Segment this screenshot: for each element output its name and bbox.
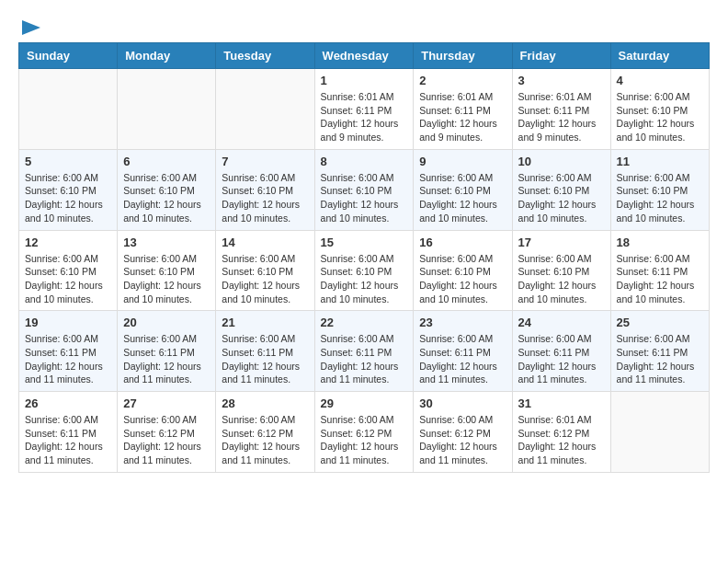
day-number: 26 (25, 396, 111, 410)
calendar-table: SundayMondayTuesdayWednesdayThursdayFrid… (18, 42, 710, 473)
day-info: Sunrise: 6:00 AM Sunset: 6:11 PM Dayligh… (222, 332, 308, 386)
day-number: 12 (25, 236, 111, 249)
day-info: Sunrise: 6:00 AM Sunset: 6:11 PM Dayligh… (321, 332, 408, 386)
logo-flag-icon (20, 18, 42, 37)
calendar-cell (610, 392, 709, 473)
day-info: Sunrise: 6:00 AM Sunset: 6:12 PM Dayligh… (419, 413, 506, 467)
day-number: 1 (321, 74, 408, 87)
day-number: 29 (321, 396, 408, 410)
calendar-cell: 15Sunrise: 6:00 AM Sunset: 6:10 PM Dayli… (314, 230, 414, 311)
weekday-header-saturday: Saturday (610, 43, 709, 69)
day-info: Sunrise: 6:01 AM Sunset: 6:11 PM Dayligh… (321, 90, 408, 144)
day-info: Sunrise: 6:00 AM Sunset: 6:10 PM Dayligh… (419, 171, 506, 225)
day-number: 30 (419, 396, 506, 410)
day-number: 31 (518, 396, 605, 410)
calendar-cell: 21Sunrise: 6:00 AM Sunset: 6:11 PM Dayli… (216, 311, 314, 392)
day-number: 22 (321, 316, 408, 329)
day-number: 5 (25, 155, 111, 168)
weekday-header-thursday: Thursday (414, 43, 512, 69)
day-number: 15 (321, 236, 408, 249)
day-number: 20 (123, 316, 210, 329)
day-info: Sunrise: 6:00 AM Sunset: 6:10 PM Dayligh… (123, 171, 210, 225)
calendar-cell: 3Sunrise: 6:01 AM Sunset: 6:11 PM Daylig… (512, 69, 610, 150)
day-number: 2 (419, 74, 506, 87)
day-info: Sunrise: 6:00 AM Sunset: 6:12 PM Dayligh… (222, 413, 308, 467)
calendar-header-row: SundayMondayTuesdayWednesdayThursdayFrid… (19, 43, 710, 69)
weekday-header-wednesday: Wednesday (314, 43, 414, 69)
weekday-header-sunday: Sunday (19, 43, 118, 69)
page-header (18, 18, 710, 33)
day-number: 17 (518, 236, 605, 249)
day-info: Sunrise: 6:00 AM Sunset: 6:12 PM Dayligh… (123, 413, 210, 467)
calendar-cell: 6Sunrise: 6:00 AM Sunset: 6:10 PM Daylig… (118, 149, 216, 230)
calendar-cell: 24Sunrise: 6:00 AM Sunset: 6:11 PM Dayli… (512, 311, 610, 392)
day-info: Sunrise: 6:00 AM Sunset: 6:10 PM Dayligh… (25, 252, 111, 306)
day-info: Sunrise: 6:00 AM Sunset: 6:10 PM Dayligh… (419, 252, 506, 306)
calendar-cell: 12Sunrise: 6:00 AM Sunset: 6:10 PM Dayli… (19, 230, 118, 311)
calendar-week-row: 1Sunrise: 6:01 AM Sunset: 6:11 PM Daylig… (19, 69, 710, 150)
calendar-cell: 8Sunrise: 6:00 AM Sunset: 6:10 PM Daylig… (314, 149, 414, 230)
day-info: Sunrise: 6:00 AM Sunset: 6:11 PM Dayligh… (25, 413, 111, 467)
logo (18, 18, 42, 33)
day-number: 25 (617, 316, 703, 329)
calendar-cell: 2Sunrise: 6:01 AM Sunset: 6:11 PM Daylig… (414, 69, 512, 150)
day-info: Sunrise: 6:00 AM Sunset: 6:10 PM Dayligh… (321, 252, 408, 306)
calendar-cell: 22Sunrise: 6:00 AM Sunset: 6:11 PM Dayli… (314, 311, 414, 392)
day-number: 6 (123, 155, 210, 168)
calendar-cell: 7Sunrise: 6:00 AM Sunset: 6:10 PM Daylig… (216, 149, 314, 230)
day-number: 13 (123, 236, 210, 249)
calendar-cell (118, 69, 216, 150)
calendar-cell: 20Sunrise: 6:00 AM Sunset: 6:11 PM Dayli… (118, 311, 216, 392)
day-number: 10 (518, 155, 605, 168)
calendar-cell: 27Sunrise: 6:00 AM Sunset: 6:12 PM Dayli… (118, 392, 216, 473)
day-number: 18 (617, 236, 703, 249)
calendar-cell: 31Sunrise: 6:01 AM Sunset: 6:12 PM Dayli… (512, 392, 610, 473)
day-number: 19 (25, 316, 111, 329)
day-info: Sunrise: 6:00 AM Sunset: 6:10 PM Dayligh… (617, 90, 703, 144)
day-number: 8 (321, 155, 408, 168)
day-info: Sunrise: 6:01 AM Sunset: 6:11 PM Dayligh… (518, 90, 605, 144)
weekday-header-monday: Monday (118, 43, 216, 69)
calendar-cell (19, 69, 118, 150)
day-number: 16 (419, 236, 506, 249)
day-info: Sunrise: 6:00 AM Sunset: 6:10 PM Dayligh… (518, 252, 605, 306)
calendar-cell: 25Sunrise: 6:00 AM Sunset: 6:11 PM Dayli… (610, 311, 709, 392)
day-info: Sunrise: 6:00 AM Sunset: 6:12 PM Dayligh… (321, 413, 408, 467)
calendar-week-row: 19Sunrise: 6:00 AM Sunset: 6:11 PM Dayli… (19, 311, 710, 392)
day-info: Sunrise: 6:00 AM Sunset: 6:11 PM Dayligh… (617, 332, 703, 386)
calendar-cell: 10Sunrise: 6:00 AM Sunset: 6:10 PM Dayli… (512, 149, 610, 230)
calendar-cell: 14Sunrise: 6:00 AM Sunset: 6:10 PM Dayli… (216, 230, 314, 311)
day-number: 7 (222, 155, 308, 168)
calendar-cell: 9Sunrise: 6:00 AM Sunset: 6:10 PM Daylig… (414, 149, 512, 230)
calendar-cell: 19Sunrise: 6:00 AM Sunset: 6:11 PM Dayli… (19, 311, 118, 392)
day-info: Sunrise: 6:00 AM Sunset: 6:10 PM Dayligh… (222, 252, 308, 306)
day-number: 23 (419, 316, 506, 329)
calendar-cell: 23Sunrise: 6:00 AM Sunset: 6:11 PM Dayli… (414, 311, 512, 392)
calendar-cell: 28Sunrise: 6:00 AM Sunset: 6:12 PM Dayli… (216, 392, 314, 473)
day-info: Sunrise: 6:00 AM Sunset: 6:11 PM Dayligh… (123, 332, 210, 386)
day-info: Sunrise: 6:00 AM Sunset: 6:10 PM Dayligh… (25, 171, 111, 225)
day-number: 4 (617, 74, 703, 87)
calendar-week-row: 12Sunrise: 6:00 AM Sunset: 6:10 PM Dayli… (19, 230, 710, 311)
calendar-week-row: 26Sunrise: 6:00 AM Sunset: 6:11 PM Dayli… (19, 392, 710, 473)
day-info: Sunrise: 6:01 AM Sunset: 6:11 PM Dayligh… (419, 90, 506, 144)
calendar-cell (216, 69, 314, 150)
day-info: Sunrise: 6:00 AM Sunset: 6:10 PM Dayligh… (518, 171, 605, 225)
calendar-cell: 13Sunrise: 6:00 AM Sunset: 6:10 PM Dayli… (118, 230, 216, 311)
day-info: Sunrise: 6:00 AM Sunset: 6:10 PM Dayligh… (123, 252, 210, 306)
calendar-cell: 26Sunrise: 6:00 AM Sunset: 6:11 PM Dayli… (19, 392, 118, 473)
day-number: 11 (617, 155, 703, 168)
day-number: 14 (222, 236, 308, 249)
calendar-cell: 1Sunrise: 6:01 AM Sunset: 6:11 PM Daylig… (314, 69, 414, 150)
day-info: Sunrise: 6:00 AM Sunset: 6:11 PM Dayligh… (617, 252, 703, 306)
day-number: 21 (222, 316, 308, 329)
day-info: Sunrise: 6:00 AM Sunset: 6:11 PM Dayligh… (518, 332, 605, 386)
day-number: 9 (419, 155, 506, 168)
day-number: 27 (123, 396, 210, 410)
day-info: Sunrise: 6:00 AM Sunset: 6:10 PM Dayligh… (222, 171, 308, 225)
day-number: 28 (222, 396, 308, 410)
calendar-cell: 18Sunrise: 6:00 AM Sunset: 6:11 PM Dayli… (610, 230, 709, 311)
calendar-cell: 11Sunrise: 6:00 AM Sunset: 6:10 PM Dayli… (610, 149, 709, 230)
day-info: Sunrise: 6:01 AM Sunset: 6:12 PM Dayligh… (518, 413, 605, 467)
day-info: Sunrise: 6:00 AM Sunset: 6:11 PM Dayligh… (25, 332, 111, 386)
